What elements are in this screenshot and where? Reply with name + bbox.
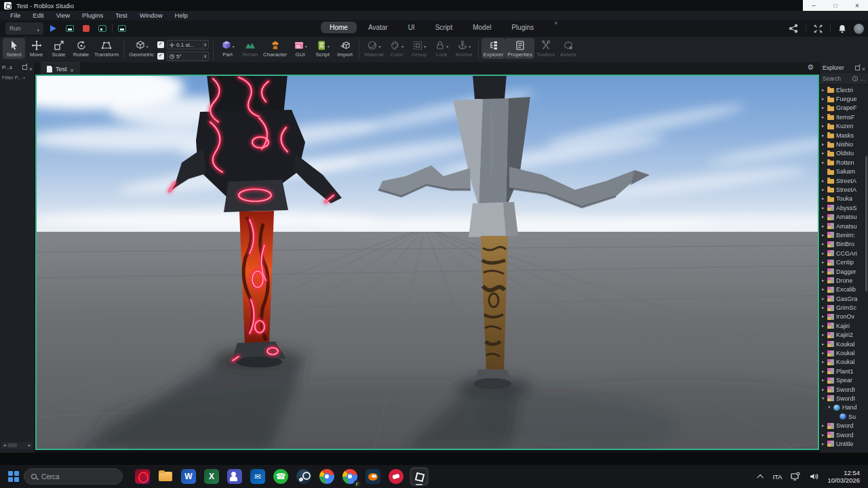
file-explorer-icon[interactable] [156, 467, 175, 486]
tree-item[interactable]: Masks [820, 131, 868, 140]
anchor-button[interactable]: Anchor [453, 38, 475, 59]
clock[interactable]: 12:54 10/03/2026 [827, 469, 860, 484]
horizontal-scrollbar[interactable] [1, 442, 33, 449]
expand-arrow-icon[interactable] [822, 178, 827, 184]
resume-icon[interactable] [98, 25, 106, 32]
share-icon[interactable] [789, 24, 798, 33]
move-snap-input[interactable]: 0.1 st... [167, 40, 209, 49]
close-icon[interactable] [29, 62, 33, 74]
tree-item[interactable]: Untitle [820, 439, 868, 448]
gear-icon[interactable] [807, 63, 814, 72]
windows-start-icon[interactable] [8, 471, 19, 482]
scroll-right-arrow[interactable] [26, 443, 33, 448]
popout-icon[interactable] [22, 65, 27, 70]
toolbox-toggle-button[interactable]: Toolbox [534, 38, 557, 59]
stop-icon[interactable] [83, 25, 90, 32]
red-circle-app-icon[interactable] [387, 467, 406, 486]
terrain-button[interactable]: Terrain [239, 38, 261, 59]
expand-arrow-icon[interactable] [822, 115, 827, 120]
stepper-arrows[interactable] [203, 43, 207, 47]
close-tab-icon[interactable] [71, 63, 74, 75]
ribbon-tab[interactable]: Model [464, 22, 500, 33]
script-button[interactable]: Script [311, 38, 334, 59]
ai-icon[interactable] [814, 24, 823, 33]
menu-item[interactable]: File [4, 11, 26, 20]
expand-arrow-icon[interactable] [822, 214, 827, 220]
search-history-icon[interactable] [852, 76, 858, 81]
tree-item[interactable]: Koukal [820, 348, 868, 357]
expand-arrow-icon[interactable] [822, 323, 827, 329]
ribbon-tab[interactable]: UI [399, 22, 424, 33]
network-icon[interactable] [791, 472, 800, 481]
tree-item[interactable]: Excalib [820, 285, 868, 294]
expand-arrow-icon[interactable] [822, 387, 827, 392]
menu-item[interactable]: Window [134, 11, 169, 20]
step-icon[interactable] [118, 25, 126, 32]
expand-arrow-icon[interactable] [828, 405, 833, 410]
expand-arrow-icon[interactable] [822, 314, 827, 319]
select-tool-button[interactable]: Select [3, 38, 25, 59]
volume-icon[interactable] [809, 472, 818, 481]
properties-toggle-button[interactable]: Properties [505, 38, 534, 59]
expand-arrow-icon[interactable] [822, 87, 827, 93]
move-snap-checkbox[interactable] [157, 41, 164, 48]
tree-item[interactable]: SwordI [820, 394, 868, 403]
tree-item[interactable]: Electri [820, 85, 868, 94]
blender-icon[interactable] [363, 467, 382, 486]
tree-item[interactable]: Rotten [820, 158, 868, 167]
tree-item[interactable]: BinBro [820, 240, 868, 249]
tree-item[interactable]: Su [820, 412, 868, 421]
tree-item[interactable]: Benim: [820, 230, 868, 239]
tree-item[interactable]: Centip [820, 258, 868, 266]
filter-properties-field[interactable]: Filter P... [0, 73, 35, 82]
expand-arrow-icon[interactable] [822, 187, 827, 192]
ribbon-tab[interactable]: Script [427, 22, 462, 33]
maximize-button[interactable] [825, 0, 846, 11]
rotate-snap-input[interactable]: 5° [167, 52, 209, 61]
scale-tool-button[interactable]: Scale [47, 38, 70, 59]
lock-button[interactable]: Lock [431, 38, 453, 59]
tree-item[interactable]: Amatsu [820, 212, 868, 221]
expand-arrow-icon[interactable] [822, 296, 827, 302]
expand-arrow-icon[interactable] [822, 287, 827, 292]
hidden-icons-chevron[interactable] [757, 474, 764, 481]
explorer-scrollbar[interactable] [865, 156, 867, 291]
tree-item[interactable]: Spear [820, 376, 868, 385]
roblox-studio-taskbar-icon[interactable] [410, 467, 429, 486]
expand-arrow-icon[interactable] [822, 224, 827, 229]
expand-arrow-icon[interactable] [822, 205, 827, 211]
expand-arrow-icon[interactable] [822, 196, 827, 201]
pause-icon[interactable] [66, 25, 74, 32]
expand-arrow-icon[interactable] [822, 160, 827, 165]
tree-item[interactable]: Sword [820, 430, 868, 439]
tree-item[interactable]: GrapeF [820, 104, 868, 113]
user-avatar[interactable] [854, 24, 864, 34]
tree-item[interactable]: Drone [820, 276, 868, 285]
close-button[interactable] [846, 0, 868, 11]
expand-arrow-icon[interactable] [822, 251, 827, 256]
expand-arrow-icon[interactable] [822, 278, 827, 283]
ribbon-tab[interactable]: Plugins [502, 22, 542, 33]
expand-arrow-icon[interactable] [822, 305, 827, 310]
geometric-mode-button[interactable]: Geometric [127, 38, 156, 59]
expand-arrow-icon[interactable] [822, 241, 827, 247]
language-indicator[interactable]: ITA [772, 473, 782, 481]
menu-item[interactable]: Test [109, 11, 133, 20]
3d-viewport[interactable] [35, 75, 819, 450]
tree-item[interactable]: GrimSc [820, 303, 868, 312]
expand-arrow-icon[interactable] [822, 378, 827, 383]
teams-icon[interactable] [225, 467, 244, 486]
tree-item[interactable]: Touka [820, 195, 868, 203]
chrome-profile-icon[interactable]: F [340, 467, 359, 486]
opera-gx-icon[interactable] [133, 467, 152, 486]
color-button[interactable]: Color [386, 38, 408, 59]
notifications-bell-icon[interactable] [838, 24, 846, 33]
tree-item[interactable]: Dagger [820, 267, 868, 276]
expand-arrow-icon[interactable] [822, 441, 827, 447]
outlook-icon[interactable] [248, 467, 267, 486]
expand-arrow-icon[interactable] [822, 96, 827, 102]
tree-item[interactable]: SwordI [820, 385, 868, 394]
expand-arrow-icon[interactable] [822, 150, 827, 156]
tree-item[interactable]: GasGra [820, 294, 868, 303]
ribbon-tab[interactable]: Avatar [359, 22, 397, 33]
